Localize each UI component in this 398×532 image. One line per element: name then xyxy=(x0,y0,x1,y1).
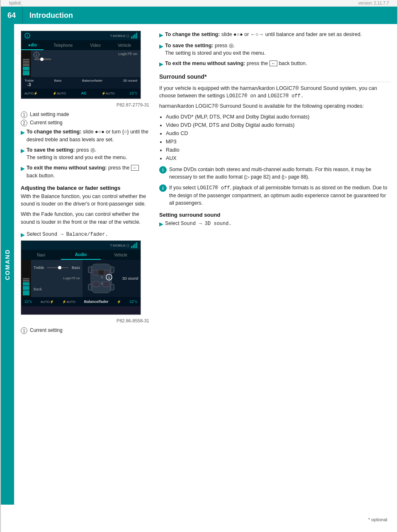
svg-text:0: 0 xyxy=(101,275,103,279)
bullet-item: Radio xyxy=(166,146,391,154)
info-icon-2: i xyxy=(159,184,167,192)
sidebar: COMAND xyxy=(1,24,14,505)
svg-rect-7 xyxy=(93,282,100,287)
content-area: 1 T-MOBILE ◻ xyxy=(14,24,397,505)
annotation-2: 2 Current setting xyxy=(21,120,149,126)
balance-para1: With the Balance function, you can contr… xyxy=(21,193,149,208)
surround-intro: If your vehicle is equipped with the har… xyxy=(159,85,391,100)
select-sound-right: ▶ Select Sound → 3D sound. xyxy=(159,220,391,228)
balance-section-title: Adjusting the balance or fader settings xyxy=(21,185,149,191)
optional-label: * optional xyxy=(368,517,387,522)
bullet-item: MP3 xyxy=(166,138,391,146)
svg-rect-3 xyxy=(88,284,92,290)
right-column: ▶ To change the setting: slide ●○● or ←○… xyxy=(159,31,391,498)
page-number: 64 xyxy=(1,7,23,24)
bullet-item: AUX xyxy=(166,154,391,162)
sidebar-label: COMAND xyxy=(4,249,11,280)
screen1-image: 1 T-MOBILE ◻ xyxy=(21,31,141,99)
instruction-change-setting-left: ▶ To change the setting: slide ●○● or tu… xyxy=(21,128,149,144)
svg-rect-2 xyxy=(111,267,114,273)
surround-bullet-list: Audio DVD* (MLP, DTS, PCM and Dolby Digi… xyxy=(166,113,391,162)
surround-para2: harman/kardon LOGIC7® Surround Sound is … xyxy=(159,102,391,110)
screen1-caption: P82.87-2779-31 xyxy=(21,102,149,107)
svg-rect-1 xyxy=(88,267,92,273)
info-box-2: i If you select LOGIC7® off, playback of… xyxy=(159,184,391,207)
info-text-2: If you select LOGIC7® off, playback of a… xyxy=(169,184,391,207)
info-icon-1: i xyxy=(159,166,167,174)
instruction-exit-menu-right: ▶ To exit the menu without saving: press… xyxy=(159,60,391,68)
setting-surround-title: Setting surround sound xyxy=(159,212,391,218)
balance-para2: With the Fade function, you can control … xyxy=(21,210,149,226)
svg-text:0: 0 xyxy=(101,281,103,285)
select-sound-instruction: ▶ Select Sound → Balance/fader. xyxy=(21,230,149,239)
info-box-1: i Some DVDs contain both stereo and mult… xyxy=(159,166,391,181)
instruction-change-setting-right: ▶ To change the setting: slide ●○● or ←○… xyxy=(159,31,391,39)
screen2-image: T-MOBILE ◻ Navi Audio xyxy=(21,240,141,315)
left-column: 1 T-MOBILE ◻ xyxy=(21,31,149,498)
annotation-1: 1 Last setting made xyxy=(21,111,149,118)
page-title: Introduction xyxy=(23,11,73,20)
instruction-save-setting-right: ▶ To save the setting: press ◎.The setti… xyxy=(159,42,391,58)
top-bar-right: version: 2.11.7.7 xyxy=(358,1,389,5)
bullet-item: Video DVD (PCM, DTS and Dolby Digital au… xyxy=(166,121,391,129)
svg-rect-4 xyxy=(111,284,114,290)
svg-text:1: 1 xyxy=(108,276,110,280)
screen2-caption: P82.86-8558-31 xyxy=(21,318,149,323)
svg-rect-9 xyxy=(98,270,104,275)
info-text-1: Some DVDs contain both stereo and multi-… xyxy=(169,166,391,181)
instruction-exit-menu-left: ▶ To exit the menu without saving: press… xyxy=(21,164,149,180)
page-header: 64 Introduction xyxy=(1,7,397,24)
surround-section-title: Surround sound* xyxy=(159,73,391,82)
annotation-screen2: 1 Current setting xyxy=(21,327,149,334)
page-footer: * optional xyxy=(368,517,387,522)
top-bar-left: bjalloll, xyxy=(9,1,22,5)
svg-rect-8 xyxy=(103,282,109,287)
instruction-save-setting-left: ▶ To save the setting: press ◎.The setti… xyxy=(21,146,149,162)
top-bar: bjalloll, version: 2.11.7.7 xyxy=(1,0,397,7)
bullet-item: Audio CD xyxy=(166,129,391,138)
bullet-item: Audio DVD* (MLP, DTS, PCM and Dolby Digi… xyxy=(166,113,391,121)
main-content: COMAND 1 T-MOBILE ◻ xyxy=(1,24,397,505)
